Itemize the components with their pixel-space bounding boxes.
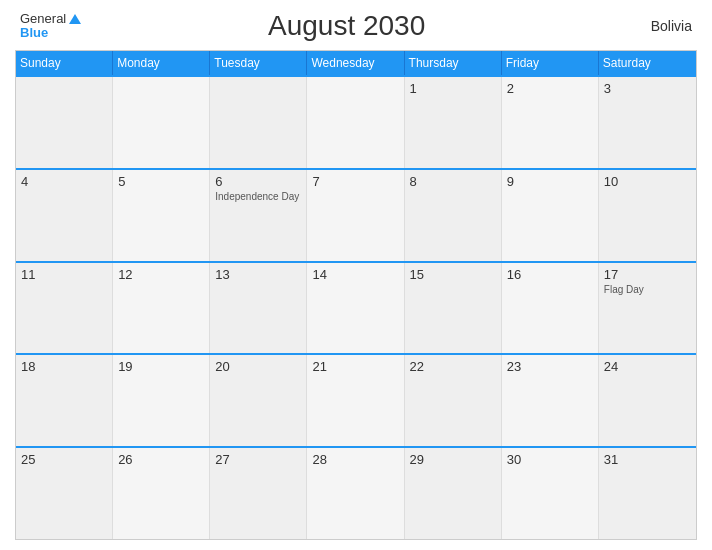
day-cell-w1-sun bbox=[16, 77, 113, 168]
weeks: 1 2 3 4 5 6 Independence Day 7 8 9 10 11 bbox=[16, 75, 696, 539]
calendar-header: General Blue August 2030 Bolivia bbox=[15, 10, 697, 42]
day-cell-w4-sat: 24 bbox=[599, 355, 696, 446]
header-friday: Friday bbox=[502, 51, 599, 75]
header-monday: Monday bbox=[113, 51, 210, 75]
day-cell-w5-tue: 27 bbox=[210, 448, 307, 539]
day-headers-row: Sunday Monday Tuesday Wednesday Thursday… bbox=[16, 51, 696, 75]
day-cell-w4-wed: 21 bbox=[307, 355, 404, 446]
header-sunday: Sunday bbox=[16, 51, 113, 75]
day-cell-w1-sat: 3 bbox=[599, 77, 696, 168]
logo-triangle-icon bbox=[69, 14, 81, 24]
day-cell-w4-sun: 18 bbox=[16, 355, 113, 446]
day-cell-w2-sat: 10 bbox=[599, 170, 696, 261]
day-cell-w3-sun: 11 bbox=[16, 263, 113, 354]
day-cell-w2-sun: 4 bbox=[16, 170, 113, 261]
day-cell-w5-fri: 30 bbox=[502, 448, 599, 539]
day-cell-w4-thu: 22 bbox=[405, 355, 502, 446]
day-cell-w1-tue bbox=[210, 77, 307, 168]
calendar-container: General Blue August 2030 Bolivia Sunday … bbox=[0, 0, 712, 550]
day-cell-w3-wed: 14 bbox=[307, 263, 404, 354]
week-row-1: 1 2 3 bbox=[16, 75, 696, 168]
day-cell-w5-thu: 29 bbox=[405, 448, 502, 539]
day-cell-w5-wed: 28 bbox=[307, 448, 404, 539]
week-row-3: 11 12 13 14 15 16 17 Flag Day bbox=[16, 261, 696, 354]
logo: General Blue bbox=[20, 11, 81, 40]
header-thursday: Thursday bbox=[405, 51, 502, 75]
country-name: Bolivia bbox=[612, 18, 692, 34]
day-cell-w3-mon: 12 bbox=[113, 263, 210, 354]
week-row-5: 25 26 27 28 29 30 31 bbox=[16, 446, 696, 539]
header-saturday: Saturday bbox=[599, 51, 696, 75]
day-cell-w2-fri: 9 bbox=[502, 170, 599, 261]
header-tuesday: Tuesday bbox=[210, 51, 307, 75]
day-cell-w1-thu: 1 bbox=[405, 77, 502, 168]
day-cell-w1-wed bbox=[307, 77, 404, 168]
day-cell-w3-fri: 16 bbox=[502, 263, 599, 354]
day-cell-w4-fri: 23 bbox=[502, 355, 599, 446]
week-row-4: 18 19 20 21 22 23 24 bbox=[16, 353, 696, 446]
day-cell-w2-wed: 7 bbox=[307, 170, 404, 261]
day-cell-w2-tue: 6 Independence Day bbox=[210, 170, 307, 261]
day-cell-w2-mon: 5 bbox=[113, 170, 210, 261]
calendar-grid: Sunday Monday Tuesday Wednesday Thursday… bbox=[15, 50, 697, 540]
day-cell-w3-thu: 15 bbox=[405, 263, 502, 354]
day-cell-w5-mon: 26 bbox=[113, 448, 210, 539]
day-cell-w2-thu: 8 bbox=[405, 170, 502, 261]
day-cell-w3-sat: 17 Flag Day bbox=[599, 263, 696, 354]
day-cell-w4-mon: 19 bbox=[113, 355, 210, 446]
month-title: August 2030 bbox=[81, 10, 612, 42]
week-row-2: 4 5 6 Independence Day 7 8 9 10 bbox=[16, 168, 696, 261]
day-cell-w4-tue: 20 bbox=[210, 355, 307, 446]
day-cell-w1-mon bbox=[113, 77, 210, 168]
header-wednesday: Wednesday bbox=[307, 51, 404, 75]
day-cell-w5-sun: 25 bbox=[16, 448, 113, 539]
day-cell-w1-fri: 2 bbox=[502, 77, 599, 168]
logo-blue-text: Blue bbox=[20, 25, 81, 41]
day-cell-w3-tue: 13 bbox=[210, 263, 307, 354]
day-cell-w5-sat: 31 bbox=[599, 448, 696, 539]
